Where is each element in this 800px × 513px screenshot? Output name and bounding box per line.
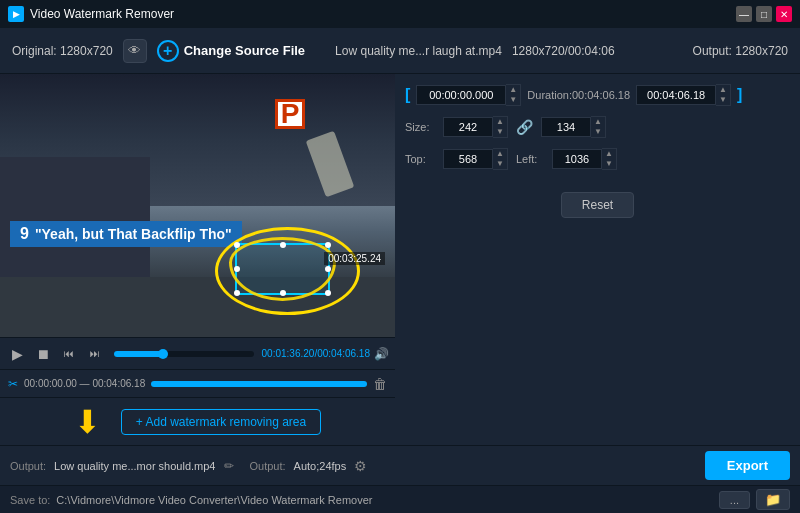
saveto-bar: Save to: C:\Vidmore\Vidmore Video Conver… [0,485,800,513]
bottom-bar: Output: Low quality me...mor should.mp4 … [0,445,800,485]
next-frame-button[interactable]: ⏭ [84,343,106,365]
start-time-input[interactable] [416,85,506,105]
handle-tm[interactable] [280,242,286,248]
export-button[interactable]: Export [705,451,790,480]
titlebar-left: ▶ Video Watermark Remover [8,6,174,22]
browse-button[interactable]: ... [719,491,750,509]
handle-tr[interactable] [325,242,331,248]
clip-bar[interactable] [151,381,367,387]
top-down[interactable]: ▼ [493,159,507,169]
clip-time-range: 00:00:00.00 — 00:04:06.18 [24,378,145,389]
end-time-input[interactable] [636,85,716,105]
left-column: P 9 "Yeah, but That Backflip Tho" [0,74,395,445]
start-time-down[interactable]: ▼ [506,95,520,105]
caption-bar: 9 "Yeah, but That Backflip Tho" [10,221,242,247]
width-spinners: ▲ ▼ [493,116,508,138]
left-down[interactable]: ▼ [602,159,616,169]
clip-delete-button[interactable]: 🗑 [373,376,387,392]
output-resolution-label: Output: 1280x720 [693,44,788,58]
width-up[interactable]: ▲ [493,117,507,127]
size-row: Size: ▲ ▼ 🔗 ▲ ▼ [405,116,790,138]
video-timestamp: 00:03:25.24 [324,252,385,265]
size-label: Size: [405,121,435,133]
end-time-up[interactable]: ▲ [716,85,730,95]
minimize-button[interactable]: — [736,6,752,22]
width-input[interactable] [443,117,493,137]
start-time-spinners: ▲ ▼ [506,84,521,106]
open-folder-button[interactable]: 📁 [756,489,790,510]
left-group: ▲ ▼ [552,148,617,170]
selection-box[interactable] [235,243,330,295]
eye-button[interactable]: 👁 [123,39,147,63]
stop-button[interactable]: ⏹ [32,343,54,365]
handle-rm[interactable] [325,266,331,272]
add-icon: + [157,40,179,62]
link-icon[interactable]: 🔗 [516,119,533,135]
edit-pencil-icon[interactable]: ✏ [224,459,234,473]
scene-building [0,157,150,277]
prev-frame-button[interactable]: ⏮ [58,343,80,365]
scene-ground [0,277,395,337]
width-down[interactable]: ▼ [493,127,507,137]
play-button[interactable]: ▶ [6,343,28,365]
top-up[interactable]: ▲ [493,149,507,159]
output-settings-label-text: Output: [250,460,286,472]
caption-number: 9 [20,225,29,243]
left-up[interactable]: ▲ [602,149,616,159]
height-group: ▲ ▼ [541,116,606,138]
saveto-label: Save to: [10,494,50,506]
file-name: Low quality me...r laugh at.mp4 [335,44,502,58]
left-spinners: ▲ ▼ [602,148,617,170]
titlebar-controls: — □ ✕ [736,6,792,22]
handle-br[interactable] [325,290,331,296]
maximize-button[interactable]: □ [756,6,772,22]
caption-text: "Yeah, but That Backflip Tho" [35,226,232,242]
bracket-end: ] [737,86,742,104]
video-preview-area[interactable]: P 9 "Yeah, but That Backflip Tho" [0,74,395,337]
mid-layout: P 9 "Yeah, but That Backflip Tho" [0,74,800,445]
top-spinners: ▲ ▼ [493,148,508,170]
reset-row: Reset [405,188,790,218]
volume-icon[interactable]: 🔊 [374,347,389,361]
titlebar: ▶ Video Watermark Remover — □ ✕ [0,0,800,28]
top-row: Top: ▲ ▼ Left: ▲ ▼ [405,148,790,170]
settings-gear-icon[interactable]: ⚙ [354,458,367,474]
parking-sign: P [275,99,305,129]
close-button[interactable]: ✕ [776,6,792,22]
progress-thumb[interactable] [158,349,168,359]
output-settings-value: Auto;24fps [294,460,347,472]
top-label: Top: [405,153,435,165]
time-display: 00:01:36.20/00:04:06.18 [262,348,370,359]
left-input[interactable] [552,149,602,169]
clip-icon: ✂ [8,377,18,391]
height-up[interactable]: ▲ [591,117,605,127]
reset-button[interactable]: Reset [561,192,634,218]
output-file-name: Low quality me...mor should.mp4 [54,460,215,472]
add-watermark-area-button[interactable]: + Add watermark removing area [121,409,321,435]
handle-bl[interactable] [234,290,240,296]
left-label: Left: [516,153,544,165]
app-title: Video Watermark Remover [30,7,174,21]
start-time-up[interactable]: ▲ [506,85,520,95]
end-time-down[interactable]: ▼ [716,95,730,105]
height-input[interactable] [541,117,591,137]
top-group: ▲ ▼ [443,148,508,170]
height-spinners: ▲ ▼ [591,116,606,138]
top-input[interactable] [443,149,493,169]
file-meta: 1280x720/00:04:06 [512,44,615,58]
output-file-label-text: Output: [10,460,46,472]
handle-lm[interactable] [234,266,240,272]
handle-bm[interactable] [280,290,286,296]
toolbar: Original: 1280x720 👁 + Change Source Fil… [0,28,800,74]
handle-tl[interactable] [234,242,240,248]
height-down[interactable]: ▼ [591,127,605,137]
end-time-spinners: ▲ ▼ [716,84,731,106]
change-source-label: Change Source File [184,43,305,58]
add-area-label: + Add watermark removing area [136,415,306,429]
time-range-row: [ ▲ ▼ Duration:00:04:06.18 ▲ ▼ ] [405,84,790,106]
progress-bar[interactable] [114,351,254,357]
arrow-down-icon: ⬇ [74,406,101,438]
change-source-button[interactable]: + Change Source File [157,40,305,62]
add-area-section: ⬇ + Add watermark removing area [0,397,395,445]
duration-label: Duration:00:04:06.18 [527,89,630,101]
